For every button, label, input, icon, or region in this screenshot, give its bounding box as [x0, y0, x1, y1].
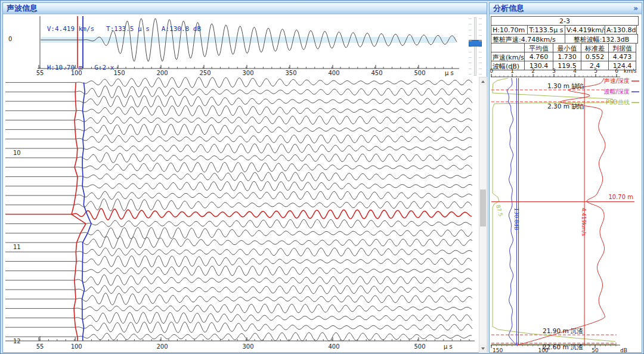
trace-row[interactable]: [5, 312, 472, 324]
wave-axis-tick-label: 450: [371, 70, 382, 76]
down-arrow-icon: [481, 347, 485, 350]
trace-row[interactable]: [5, 199, 472, 211]
wave-axis-tick-label: 400: [328, 70, 339, 76]
trace-axis-tick-label: 55: [36, 343, 44, 350]
velocity-tick-label: 4: [573, 68, 577, 74]
depth-readout: H:10.70 m: [47, 64, 83, 72]
slider-tick: [479, 30, 482, 30]
stat-header-cell: [491, 43, 525, 52]
velocity-tick-label: 5: [594, 68, 597, 74]
current-measure-cell: A:130.8dB: [605, 25, 637, 35]
gain-slider-track[interactable]: [474, 17, 476, 76]
wave-info-panel: 声波信息 55100150200250300350400450500μ s V:…: [2, 2, 487, 353]
time-readout: T:133.5 μ s: [106, 25, 150, 33]
slider-tick: [469, 41, 472, 41]
wave-axis-tick-label: 350: [285, 70, 296, 76]
slider-tick: [469, 35, 472, 36]
app-window: 声波信息 55100150200250300350400450500μ s V:…: [0, 0, 644, 354]
stat-value-cell: 4.760: [524, 52, 553, 61]
slider-tick: [479, 74, 482, 74]
trace-row[interactable]: [5, 275, 472, 285]
wave-panel-title: 声波信息: [7, 3, 38, 14]
slider-tick: [479, 46, 482, 47]
trace-axis-tick-label: 300: [242, 343, 253, 350]
slider-tick: [469, 57, 472, 58]
slider-tick: [479, 69, 482, 69]
amplitude-line-value-label: 130.8dB: [513, 207, 519, 230]
trace-row[interactable]: [5, 144, 472, 153]
wave-axis-tick-label: 500: [414, 70, 425, 76]
scrollbar-thumb[interactable]: [480, 190, 486, 226]
selected-trace[interactable]: [5, 209, 472, 220]
legend-label: 声速/深度: [604, 77, 630, 84]
gain-slider[interactable]: [467, 17, 483, 76]
legend-label: 波幅/深度: [603, 88, 630, 95]
slider-tick: [469, 74, 472, 74]
scroll-up-button[interactable]: [479, 77, 487, 85]
pile-summary-cell: 整桩波幅:132.3dB: [565, 34, 638, 44]
trace-row[interactable]: [5, 219, 472, 228]
analysis-table: 2-3H:10.70mT:133.5μ sV:4.419km/sA:130.8d…: [491, 17, 640, 70]
trace-row[interactable]: [5, 248, 472, 256]
stat-value-cell: 声速(km/s): [491, 52, 525, 61]
slider-tick: [469, 52, 472, 52]
stat-header-cell: 判据值: [608, 43, 636, 52]
wave-readout-line1: V:4.419 km/s T:133.5 μ s A:130.8 dB: [23, 17, 201, 41]
trace-row[interactable]: [5, 172, 472, 181]
defect-annotation: 2.30 m 缺陷: [547, 103, 584, 110]
depth-axis-label: 11: [13, 244, 21, 250]
amplitude-axis-unit: dB: [620, 347, 627, 353]
amplitude-readout: A:130.8 dB: [162, 25, 201, 33]
trace-row[interactable]: [5, 237, 472, 249]
trace-axis-tick-label: 100: [71, 343, 82, 350]
trace-row[interactable]: [5, 153, 472, 163]
legend-label: PSD曲线: [606, 99, 630, 105]
analysis-panel-title: 分析信息: [493, 3, 524, 14]
slider-tick: [469, 24, 472, 24]
defect-annotation: 22.60 m 沉渣: [543, 343, 583, 350]
stat-header-cell: 标准差: [581, 43, 609, 52]
trace-stack-plot[interactable]: 10111255100200300400500μ s: [4, 77, 476, 353]
trace-row[interactable]: [5, 228, 472, 239]
defect-annotation: 1.30 m 缺陷: [547, 82, 584, 89]
wave-axis-tick-label: 200: [156, 70, 168, 76]
current-measure-cell: V:4.419km/s: [565, 25, 605, 35]
velocity-depth-curve: [518, 78, 605, 345]
gain-readout: G:2 x: [94, 64, 114, 72]
analysis-chart[interactable]: 0123456km/s15010050dB10.70 m4.419km/s130…: [490, 67, 642, 353]
trace-row[interactable]: [5, 181, 472, 191]
scroll-down-button[interactable]: [479, 344, 487, 352]
slider-tick: [469, 18, 472, 19]
wave-axis-tick-label: 300: [242, 70, 253, 76]
wave-panel-header: 声波信息: [3, 3, 487, 14]
analysis-panel: 分析信息 » 2-3H:10.70mT:133.5μ sV:4.419km/sA…: [489, 2, 642, 353]
trace-row[interactable]: [5, 256, 472, 267]
depth-axis-label: 10: [13, 150, 21, 156]
trace-axis-unit: μ s: [444, 343, 453, 350]
trace-row[interactable]: [5, 304, 472, 313]
slider-tick: [479, 18, 482, 19]
slider-tick: [479, 63, 482, 63]
trace-axis-tick-label: 500: [414, 343, 425, 350]
velocity-tick-label: 1: [510, 68, 514, 74]
current-measure-cell: T:133.5μ s: [527, 25, 565, 35]
wave-axis-unit: μ s: [445, 70, 454, 76]
slider-tick: [469, 69, 472, 69]
trace-scrollbar[interactable]: [479, 77, 487, 353]
slider-tick: [479, 41, 482, 41]
trace-axis-tick-label: 200: [156, 343, 168, 350]
defect-annotation: 21.90 m 沉渣: [543, 327, 583, 334]
slider-tick: [469, 30, 472, 30]
amplitude-tick-label: 150: [493, 347, 503, 353]
analysis-panel-header: 分析信息 »: [490, 3, 642, 14]
trace-axis-tick-label: 400: [328, 343, 339, 350]
profile-cell: 2-3: [491, 16, 639, 26]
expand-icon[interactable]: »: [633, 4, 638, 13]
velocity-tick-label: 3: [552, 68, 556, 74]
velocity-readout: V:4.419 km/s: [47, 25, 94, 33]
wave-axis-tick-label: 150: [113, 70, 125, 76]
wave-axis-tick-label: 250: [199, 70, 210, 76]
wave-readout-line2: H:10.70 m G:2 x: [23, 56, 114, 79]
slider-tick: [479, 57, 482, 58]
velocity-axis-unit: km/s: [624, 68, 637, 74]
